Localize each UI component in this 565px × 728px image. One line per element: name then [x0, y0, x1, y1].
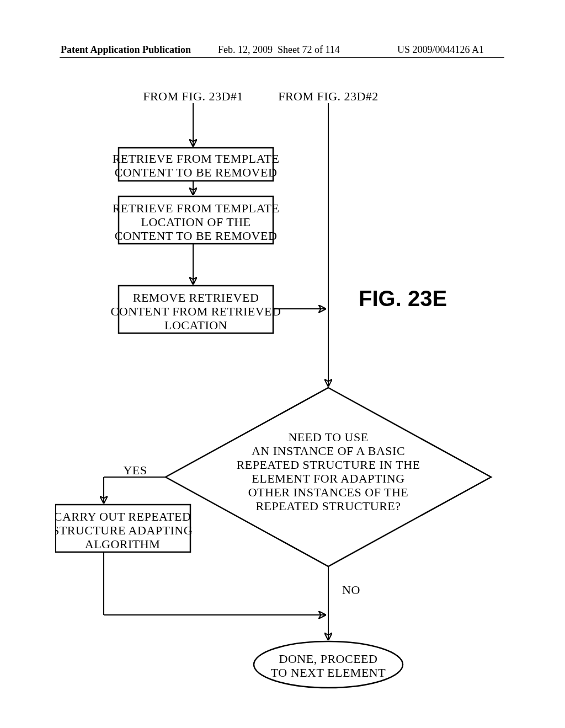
header-publication: Patent Application Publication — [61, 44, 191, 56]
decision-line6: REPEATED STRUCTURE? — [255, 499, 401, 513]
header-pub-number: US 2009/0044126 A1 — [397, 44, 484, 56]
decision-line4: ELEMENT FOR ADAPTING — [252, 472, 404, 485]
box2-line3: CONTENT TO BE REMOVED — [115, 229, 278, 243]
decision-line2: AN INSTANCE OF A BASIC — [252, 444, 405, 458]
box3-line3: LOCATION — [164, 318, 227, 332]
box2-line2: LOCATION OF THE — [141, 215, 251, 229]
box1-line1: RETRIEVE FROM TEMPLATE — [113, 152, 280, 165]
header-divider — [60, 57, 504, 58]
box4-line2: STRUCTURE ADAPTING — [55, 523, 193, 537]
terminator-line1: DONE, PROCEED — [279, 652, 378, 666]
box4-line1: CARRY OUT REPEATED — [55, 510, 191, 523]
terminator-line2: TO NEXT ELEMENT — [271, 666, 386, 679]
from-label-1: FROM FIG. 23D#1 — [143, 89, 243, 103]
box1-line2: CONTENT TO BE REMOVED — [115, 165, 278, 179]
no-label: NO — [342, 583, 360, 597]
decision-line3: REPEATED STRUCTURE IN THE — [237, 458, 420, 472]
box4-line3: ALGORITHM — [85, 537, 161, 551]
decision-line1: NEED TO USE — [288, 430, 368, 444]
figure-label: FIG. 23E — [359, 286, 447, 311]
flowchart-diagram: FROM FIG. 23D#1 FROM FIG. 23D#2 RETRIEVE… — [55, 85, 508, 703]
from-label-2: FROM FIG. 23D#2 — [278, 89, 379, 103]
yes-label: YES — [123, 463, 147, 477]
decision-line5: OTHER INSTANCES OF THE — [248, 485, 409, 499]
box3-line1: REMOVE RETRIEVED — [133, 291, 259, 304]
box2-line1: RETRIEVE FROM TEMPLATE — [113, 201, 280, 215]
header-date-sheet: Feb. 12, 2009 Sheet 72 of 114 — [218, 44, 340, 56]
box3-line2: CONTENT FROM RETRIEVED — [111, 304, 281, 318]
